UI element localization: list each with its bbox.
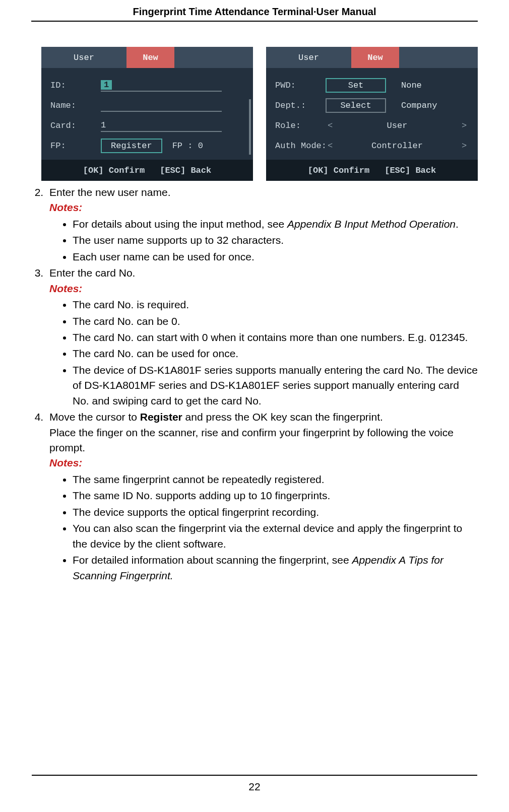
tab-new[interactable]: New — [351, 47, 399, 68]
device-screens: User New ID: 1 Name: Card: — [41, 47, 478, 181]
status-esc: [ESC] Back — [160, 166, 211, 175]
role-value: User — [340, 121, 455, 130]
tab-bar: User New — [41, 47, 253, 68]
card-label: Card: — [50, 121, 96, 130]
status-ok: [OK] Confirm — [83, 166, 145, 175]
card-input[interactable]: 1 — [101, 119, 222, 132]
list-item: The same ID No. supports adding up to 10… — [73, 488, 478, 503]
dept-label: Dept.: — [275, 101, 321, 110]
screen-left: User New ID: 1 Name: Card: — [41, 47, 253, 181]
register-button[interactable]: Register — [101, 139, 162, 153]
notes-label: Notes: — [49, 281, 478, 296]
step4-text: Move the cursor to — [49, 411, 140, 423]
page-number: 22 — [32, 775, 477, 793]
chevron-right-icon[interactable]: > — [460, 141, 469, 151]
list-item: For details about using the input method… — [73, 217, 478, 232]
list-item: For detailed information about scanning … — [73, 553, 478, 583]
note-text: For details about using the input method… — [73, 218, 287, 230]
step4-text: and press the OK key scan the fingerprin… — [182, 411, 383, 423]
pwd-status: None — [401, 81, 447, 90]
list-item: The device of DS-K1A801F series supports… — [73, 363, 478, 409]
list-item: The card No. can start with 0 when it co… — [73, 330, 478, 345]
reference-text: Appendix B Input Method Operation — [287, 218, 456, 230]
status-ok: [OK] Confirm — [308, 166, 369, 175]
page-header: Fingerprint Time Attendance Terminal·Use… — [31, 6, 478, 22]
tab-user[interactable]: User — [41, 47, 126, 68]
authmode-value: Controller — [340, 141, 455, 151]
list-item: The device supports the optical fingerpr… — [73, 505, 478, 520]
fp-count-label: FP : 0 — [172, 141, 203, 151]
chevron-left-icon[interactable]: < — [326, 121, 335, 130]
tab-spacer — [174, 47, 253, 68]
chevron-right-icon[interactable]: > — [460, 121, 469, 130]
dept-status: Company — [401, 101, 447, 110]
tab-new[interactable]: New — [126, 47, 174, 68]
authmode-label: Auth Mode: — [275, 141, 331, 151]
notes-label: Notes: — [49, 455, 478, 470]
step4-extra: Place the finger on the scanner, rise an… — [49, 427, 454, 453]
list-item: The card No. is required. — [73, 297, 478, 312]
role-label: Role: — [275, 121, 321, 130]
name-label: Name: — [50, 101, 96, 110]
list-item: The card No. can be 0. — [73, 314, 478, 329]
note-text: . — [456, 218, 459, 230]
list-item: The user name supports up to 32 characte… — [73, 233, 478, 248]
step-3: Enter the card No. Notes: The card No. i… — [46, 265, 478, 409]
id-input[interactable]: 1 — [101, 79, 222, 92]
status-esc: [ESC] Back — [385, 166, 436, 175]
screen-right: User New PWD: Set None Dept.: Select Com… — [266, 47, 478, 181]
fp-label: FP: — [50, 141, 96, 151]
scrollbar-track[interactable] — [249, 99, 251, 155]
tab-spacer — [399, 47, 478, 68]
dept-select-button[interactable]: Select — [326, 98, 386, 113]
id-value: 1 — [101, 80, 112, 90]
tab-user[interactable]: User — [266, 47, 351, 68]
pwd-set-button[interactable]: Set — [326, 78, 386, 93]
list-item: You can also scan the fingerprint via th… — [73, 521, 478, 552]
list-item: The card No. can be used for once. — [73, 346, 478, 361]
pwd-label: PWD: — [275, 81, 321, 90]
name-input[interactable] — [101, 99, 222, 112]
note-text: For detailed information about scanning … — [73, 554, 352, 566]
step-4: Move the cursor to Register and press th… — [46, 410, 478, 583]
step-2: Enter the new user name. Notes: For deta… — [46, 185, 478, 264]
card-value: 1 — [101, 120, 106, 130]
instruction-body: Enter the new user name. Notes: For deta… — [31, 185, 478, 583]
tab-bar: User New — [266, 47, 478, 68]
notes-label: Notes: — [49, 200, 478, 215]
chevron-left-icon[interactable]: < — [326, 141, 335, 151]
step2-text: Enter the new user name. — [49, 186, 170, 198]
id-label: ID: — [50, 81, 96, 90]
list-item: The same fingerprint cannot be repeatedl… — [73, 472, 478, 487]
register-keyword: Register — [140, 411, 182, 423]
step3-text: Enter the card No. — [49, 267, 135, 279]
list-item: Each user name can be used for once. — [73, 249, 478, 264]
